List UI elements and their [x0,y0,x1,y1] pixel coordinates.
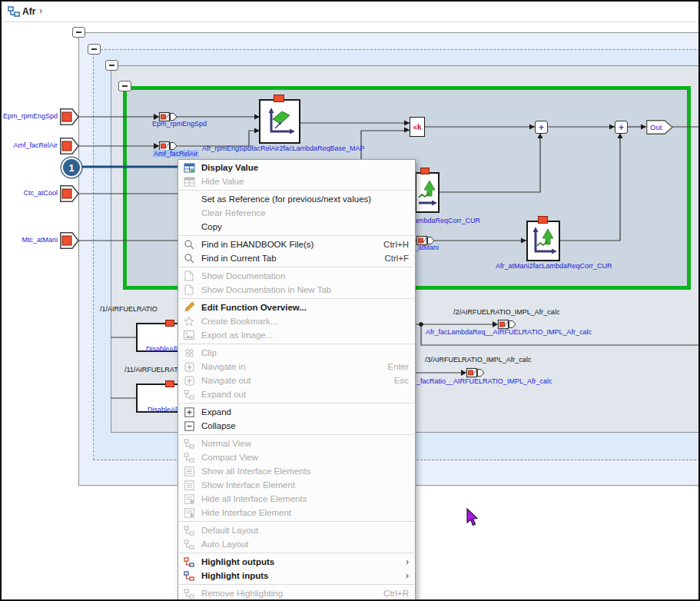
hide-value-icon [183,176,195,187]
menu-item-display-value[interactable]: Display Value [178,161,415,174]
menu-item-label: Set as Reference (for previous/next valu… [201,194,409,204]
search-icon [183,253,195,264]
list-icon [183,480,195,490]
tree-icon [183,438,195,449]
adder-block[interactable]: + [615,121,628,134]
menu-item-label: Find in EHANDBOOK File(s) [201,240,374,249]
menu-item-export-as-image: Export as Image... [178,328,415,342]
signal-name-label[interactable]: _facRatio__AIRFUELRATIO_IMPL_Afr_calc [416,377,552,385]
menu-separator [179,267,414,267]
menu-shortcut: Enter [388,362,410,371]
menu-separator [179,298,414,299]
breadcrumb-function-name[interactable]: Afr [22,6,35,17]
highlight-inputs-icon [183,570,195,581]
signal-name-label[interactable]: Afr_facLambdaReq__AIRFUELRATIO_IMPL_Afr_… [426,328,592,336]
menu-item-edit-function-overview[interactable]: Edit Function Overview... [178,300,415,314]
out-port[interactable]: Out [646,120,674,134]
menu-item-highlight-outputs[interactable]: Highlight outputs› [178,555,415,569]
highlight-outputs-icon [183,556,195,567]
menu-item-label: Edit Function Overview... [201,303,409,312]
step-badge: 1 [61,158,81,178]
curve-icon [529,226,557,257]
menu-item-label: Copy [201,222,409,231]
menu-item-label: Navigate out [201,376,385,385]
collapse-button[interactable] [72,27,85,38]
menu-item-highlight-inputs[interactable]: Highlight inputs› [178,569,415,583]
menu-item-find-in-ehandbook-file-s[interactable]: Find in EHANDBOOK File(s)Ctrl+H [178,237,415,251]
menu-item-clear-reference: Clear Reference [178,206,415,220]
collapse-button[interactable] [88,44,101,55]
menu-item-label: Remove Highlighting [201,589,374,598]
menu-item-collapse[interactable]: Collapse [178,419,415,433]
menu-item-default-layout: Default Layout [178,523,415,537]
menu-item-label: Default Layout [201,526,409,535]
tree-icon [183,389,195,400]
svg-text:Out: Out [650,123,662,131]
adder-block[interactable]: + [535,121,548,134]
input-label-epm_rpmengspd[interactable]: Epm_rpmEngSpd [3,112,58,120]
input-label-amf_facrelair[interactable]: Amf_facRelAir [3,141,58,149]
menu-item-find-in-current-tab[interactable]: Find in Current TabCtrl+F [178,251,415,265]
port-label-highlighted[interactable]: Amf_facRelAir [153,150,199,158]
signal-path-label: /3/AIRFUELRATIO_IMPL_Afr_calc [425,356,531,364]
map-block-label[interactable]: Afr_rpmEngSpdfacRelAir2facLambdaReqBase_… [202,144,365,152]
list-icon [183,466,195,476]
pencil-icon [183,302,195,313]
menu-item-clip: Clip [178,346,415,360]
menu-item-label: Highlight outputs [201,557,398,566]
breadcrumb-chevron-icon[interactable]: › [39,5,42,16]
collapse-button[interactable] [118,81,131,91]
menu-item-label: Navigate in [201,362,379,371]
document-icon [183,271,195,281]
menu-item-navigate-in: Navigate inEnter [178,360,415,374]
menu-shortcut: Esc [394,376,409,385]
input-label-mtc_atmani[interactable]: Mtc_atMani [3,236,58,244]
mouse-cursor [466,508,479,530]
menu-separator [179,434,414,435]
function-tree-icon [8,5,20,21]
shift-block[interactable]: «k [410,117,425,137]
list-hide-icon [183,507,195,518]
menu-item-hide-interface-element: Hide Interface Element [178,506,415,520]
menu-item-label: Export as Image... [201,330,409,340]
menu-item-label: Auto Layout [201,540,409,549]
subsystem-name-label[interactable]: DisableAll [148,406,178,413]
cur-block-label[interactable]: ambdaReqCorr_CUR [414,217,480,224]
input-port-epm_rpmengspd[interactable] [60,108,79,128]
menu-item-set-as-reference-for-previous-next-values[interactable]: Set as Reference (for previous/next valu… [178,192,415,206]
cur-breakpoint-marker [420,168,430,174]
menu-item-create-bookmark: Create Bookmark... [178,314,415,328]
menu-shortcut: Ctrl+F [384,254,409,263]
signal-path-label: /2/AIRFUELRATIO_IMPL_Afr_calc [453,308,559,316]
cur-block[interactable] [415,172,440,213]
menu-item-label: Expand out [201,390,409,399]
input-port-amf_facrelair[interactable] [60,138,79,158]
port-label[interactable]: _atMani [414,244,439,251]
menu-item-show-documentation: Show Documentation [178,269,415,283]
input-port-mtc_atmani[interactable] [60,232,79,252]
menu-shortcut: Ctrl+H [383,240,409,249]
menu-item-show-all-interface-elements: Show all Interface Elements [178,464,415,478]
breakpoint-marker [165,380,174,387]
menu-item-label: Hide Value [201,177,409,186]
menu-item-copy[interactable]: Copy [178,220,415,234]
menu-item-label: Show Documentation [201,271,409,281]
menu-item-expand[interactable]: Expand [178,405,415,419]
menu-item-label: Clip [201,348,409,357]
ehandbook-window: Afr › [0,0,700,601]
menu-item-label: Show Documentation in New Tab [201,285,409,294]
map-block[interactable] [259,99,300,144]
menu-item-show-interface-element: Show Interface Element [178,478,415,492]
menu-shortcut: Ctrl+R [383,589,409,598]
subsystem-path-label: /11/AIRFUELRAT [124,366,178,374]
submenu-arrow-icon: › [406,570,409,581]
cur-block[interactable] [526,221,560,261]
cur-block-label[interactable]: Afr_atMani2facLambdaReqCorr_CUR [496,262,612,270]
menu-item-label: Hide all Interface Elements [201,494,409,503]
subsystem-name-label[interactable]: DisableAllI [146,345,179,353]
cur-breakpoint-marker [538,216,548,224]
port-label[interactable]: Epm_rpmEngSpd [152,120,207,128]
collapse-button[interactable] [105,60,118,71]
input-label-ctc_atcool[interactable]: Ctc_atCool [3,189,58,197]
input-port-ctc_atcool[interactable] [60,185,79,205]
